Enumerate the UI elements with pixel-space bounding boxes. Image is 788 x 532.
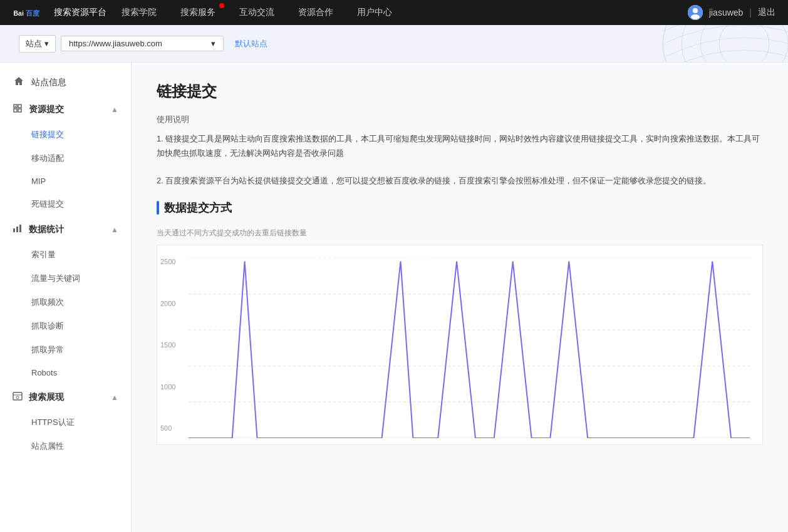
site-type-arrow: ▾: [44, 39, 49, 48]
svg-point-7: [700, 25, 788, 63]
traffic-label: 流量与关键词: [31, 274, 80, 283]
site-bar: 站点 ▾ https://www.jiasuweb.com ▾ 默认站点: [0, 25, 788, 63]
y-axis-labels: 2500 2000 1500 1000 500: [160, 258, 175, 432]
section-bar: [157, 201, 159, 215]
main-layout: 站点信息 资源提交 ▲ 链接提交 移动适配 MIP: [0, 63, 788, 532]
svg-rect-11: [13, 228, 15, 232]
y-label-2500: 2500: [160, 258, 175, 265]
nav-link-study[interactable]: 搜索学院: [119, 7, 159, 18]
nav-links: 搜索学院 搜索服务 互动交流 资源合作 用户中心: [119, 7, 688, 18]
description1: 1. 链接提交工具是网站主动向百度搜索推送数据的工具，本工具可缩短爬虫发现网站链…: [157, 131, 763, 161]
nav-link-user[interactable]: 用户中心: [355, 7, 395, 18]
avatar-icon: [688, 5, 703, 20]
user-avatar: [688, 5, 703, 20]
site-property-label: 站点属性: [31, 441, 64, 451]
logo-area: Bai 百度 搜索资源平台: [13, 4, 106, 21]
mobile-adapt-label: 移动适配: [31, 153, 64, 163]
usage-label: 使用说明: [157, 114, 763, 125]
nav-link-resource[interactable]: 资源合作: [296, 7, 336, 18]
mip-label: MIP: [31, 176, 46, 186]
resource-icon: [13, 103, 23, 115]
sidebar-sub-crawl-diagnose[interactable]: 抓取诊断: [0, 314, 131, 338]
svg-text:Bai: Bai: [14, 9, 24, 17]
https-label: HTTPS认证: [31, 417, 75, 427]
platform-name: 搜索资源平台: [54, 7, 106, 18]
search-display-icon: [13, 391, 23, 403]
chart-label: 当天通过不同方式提交成功的去重后链接数量: [157, 228, 763, 238]
sidebar-item-site-info[interactable]: 站点信息: [0, 69, 131, 96]
dead-link-label: 死链提交: [31, 199, 64, 208]
nav-link-service[interactable]: 搜索服务: [178, 7, 218, 18]
sidebar-sub-link-submit[interactable]: 链接提交: [0, 123, 131, 146]
y-label-2000: 2000: [160, 300, 175, 307]
stats-expand-arrow: ▲: [111, 225, 118, 234]
data-submit-section: 数据提交方式 当天通过不同方式提交成功的去重后链接数量 2500 2000 15…: [157, 200, 763, 445]
chart-container: 2500 2000 1500 1000 500: [157, 245, 763, 445]
sidebar-sub-https[interactable]: HTTPS认证: [0, 411, 131, 434]
globe-decoration: [569, 25, 788, 63]
search-display-label: 搜索展现: [29, 392, 64, 403]
sidebar-section-resource[interactable]: 资源提交 ▲: [0, 96, 131, 123]
y-label-500: 500: [160, 424, 175, 432]
section-title: 数据提交方式: [164, 200, 232, 215]
top-nav-right: jiasuweb | 退出: [688, 5, 775, 20]
sidebar-site-info-label: 站点信息: [31, 77, 66, 88]
chart-svg: [189, 258, 750, 438]
sidebar-sub-index-count[interactable]: 索引量: [0, 243, 131, 267]
svg-point-16: [16, 396, 19, 399]
link-submit-label: 链接提交: [31, 130, 64, 139]
sidebar-section-resource-left: 资源提交: [13, 103, 64, 115]
svg-rect-12: [16, 227, 18, 232]
logout-button[interactable]: 退出: [758, 7, 775, 18]
site-selector: 站点 ▾ https://www.jiasuweb.com ▾ 默认站点: [19, 35, 267, 53]
sidebar-sub-crawl-exception[interactable]: 抓取异常: [0, 338, 131, 362]
svg-point-8: [719, 25, 769, 63]
site-type-dropdown[interactable]: 站点 ▾: [19, 35, 56, 53]
site-type-label: 站点: [26, 38, 42, 49]
sidebar-sub-dead-link[interactable]: 死链提交: [0, 192, 131, 216]
separator: |: [749, 8, 752, 18]
sidebar-resource-label: 资源提交: [29, 104, 64, 115]
site-url-dropdown[interactable]: https://www.jiasuweb.com ▾: [61, 36, 224, 51]
svg-point-4: [691, 14, 700, 19]
sidebar-sub-mobile-adapt[interactable]: 移动适配: [0, 146, 131, 170]
svg-point-5: [663, 25, 788, 63]
description2: 2. 百度搜索资源平台为站长提供链接提交交通道，您可以提交想被百度收录的链接，百…: [157, 173, 763, 188]
display-expand-arrow: ▲: [111, 393, 118, 402]
sidebar-section-search-display[interactable]: 搜索展现 ▲: [0, 384, 131, 411]
content-area: 链接提交 使用说明 1. 链接提交工具是网站主动向百度搜索推送数据的工具，本工具…: [132, 63, 788, 532]
svg-point-6: [682, 25, 788, 63]
site-url-arrow: ▾: [211, 39, 215, 48]
svg-rect-13: [19, 225, 21, 232]
y-label-1500: 1500: [160, 341, 175, 349]
sidebar-section-stats-left: 数据统计: [13, 223, 64, 235]
sidebar-section-display-left: 搜索展现: [13, 391, 64, 403]
svg-point-3: [693, 8, 698, 13]
sidebar-sub-mip[interactable]: MIP: [0, 170, 131, 192]
default-site-button[interactable]: 默认站点: [235, 38, 267, 49]
section-header: 数据提交方式: [157, 200, 763, 215]
crawl-exception-label: 抓取异常: [31, 345, 64, 354]
sidebar-sub-traffic[interactable]: 流量与关键词: [0, 267, 131, 290]
y-label-1000: 1000: [160, 383, 175, 391]
resource-expand-arrow: ▲: [111, 105, 118, 114]
home-icon: [13, 76, 25, 88]
svg-text:百度: 百度: [26, 9, 40, 17]
crawl-diagnose-label: 抓取诊断: [31, 321, 64, 330]
sidebar-section-data-stats[interactable]: 数据统计 ▲: [0, 216, 131, 243]
sidebar-sub-crawl-freq[interactable]: 抓取频次: [0, 290, 131, 314]
page-title: 链接提交: [157, 81, 763, 101]
robots-label: Robots: [31, 368, 57, 377]
top-navigation: Bai 百度 搜索资源平台 搜索学院 搜索服务 互动交流 资源合作 用户中心 j…: [0, 0, 788, 25]
stats-icon: [13, 223, 23, 235]
sidebar-sub-site-property[interactable]: 站点属性: [0, 434, 131, 458]
service-badge: [219, 3, 224, 8]
nav-link-interact[interactable]: 互动交流: [237, 7, 277, 18]
globe-svg: [569, 25, 788, 63]
data-stats-label: 数据统计: [29, 224, 64, 235]
sidebar-sub-robots[interactable]: Robots: [0, 362, 131, 384]
username-label[interactable]: jiasuweb: [709, 8, 743, 18]
crawl-freq-label: 抓取频次: [31, 297, 64, 307]
index-count-label: 索引量: [31, 250, 56, 259]
site-url-label: https://www.jiasuweb.com: [69, 39, 162, 48]
